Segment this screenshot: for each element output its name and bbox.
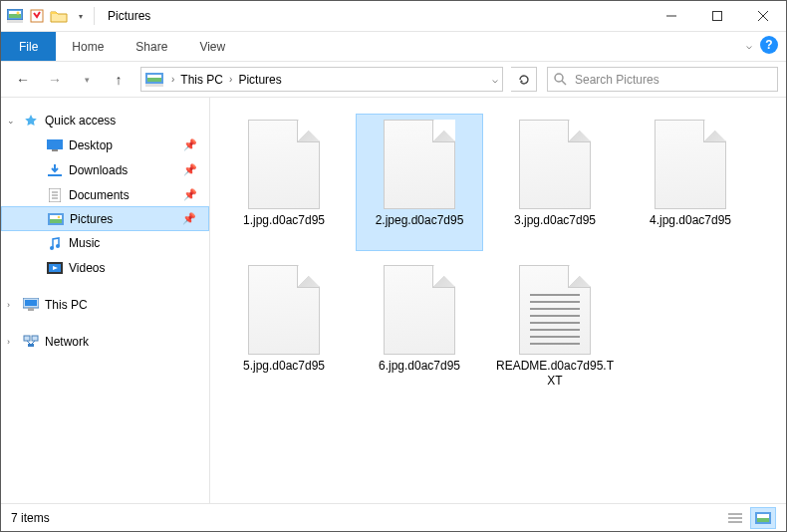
maximize-button[interactable] [694,1,740,31]
svg-rect-25 [50,219,62,223]
file-item[interactable]: 1.jpg.d0ac7d95 [220,114,348,251]
music-icon [47,235,63,251]
forward-button[interactable]: → [41,66,69,94]
blank-file-icon [384,265,455,355]
expand-icon[interactable]: › [7,300,10,310]
desktop-icon [47,137,63,153]
tab-share[interactable]: Share [120,32,183,61]
refresh-button[interactable] [511,67,537,92]
documents-icon [47,187,63,203]
sidebar-item-desktop[interactable]: Desktop 📌 [1,133,209,157]
collapse-icon[interactable]: ⌄ [7,116,15,126]
app-icon [5,6,25,26]
up-button[interactable]: ↑ [105,66,132,94]
sidebar-item-downloads[interactable]: Downloads 📌 [1,157,209,182]
svg-rect-7 [713,12,722,21]
tab-home[interactable]: Home [56,32,120,61]
chevron-right-icon[interactable]: › [171,74,174,85]
file-name: 1.jpg.d0ac7d95 [243,213,325,228]
sidebar-label: Downloads [69,163,128,177]
minimize-button[interactable] [649,1,694,31]
search-placeholder: Search Pictures [575,73,659,87]
sidebar-label: Pictures [70,212,113,226]
svg-rect-16 [47,139,63,149]
sidebar-item-videos[interactable]: Videos [1,255,209,280]
sidebar-item-documents[interactable]: Documents 📌 [1,182,209,207]
content-area: ⌄ Quick access Desktop 📌 Downloads 📌 Doc… [1,98,786,503]
address-bar[interactable]: › This PC › Pictures ⌵ [140,67,503,92]
file-list[interactable]: 1.jpg.d0ac7d952.jpeg.d0ac7d953.jpg.d0ac7… [210,98,786,503]
help-icon[interactable]: ? [760,36,778,54]
sidebar-label: This PC [45,298,88,312]
svg-rect-44 [757,518,769,522]
svg-line-15 [562,81,566,85]
file-name: 6.jpg.d0ac7d95 [379,359,460,374]
svg-rect-32 [25,300,37,306]
file-name: README.d0ac7d95.TXT [495,359,615,389]
pin-icon: 📌 [183,163,197,176]
location-icon [145,73,163,87]
file-tab[interactable]: File [1,32,56,61]
qat-folder-icon[interactable] [49,6,69,26]
search-input[interactable]: Search Pictures [547,67,778,92]
videos-icon [47,260,63,276]
separator [94,7,95,25]
qat-properties-icon[interactable] [27,6,47,26]
svg-rect-34 [24,336,30,341]
address-dropdown-icon[interactable]: ⌵ [492,74,498,85]
svg-rect-35 [32,336,38,341]
thumbnails-view-button[interactable] [750,507,776,529]
file-item[interactable]: 3.jpg.d0ac7d95 [491,114,619,251]
text-file-icon [519,265,591,355]
sidebar-item-network[interactable]: › Network [1,329,209,354]
computer-icon [23,297,39,313]
network-icon [23,334,39,350]
recent-locations-icon[interactable]: ▾ [73,66,101,94]
svg-point-4 [17,12,20,15]
file-item[interactable]: 6.jpg.d0ac7d95 [356,259,483,397]
svg-rect-17 [52,149,58,151]
tab-view[interactable]: View [183,32,241,61]
file-item[interactable]: 2.jpeg.d0ac7d95 [356,114,483,251]
sidebar-item-music[interactable]: Music [1,230,209,255]
status-bar: 7 items [1,503,786,531]
svg-point-27 [50,246,54,250]
close-button[interactable] [740,1,786,31]
title-bar: ▾ Pictures [1,1,786,32]
svg-point-28 [56,244,60,248]
sidebar-label: Music [69,236,100,250]
file-item[interactable]: README.d0ac7d95.TXT [491,259,619,397]
sidebar-item-quick-access[interactable]: ⌄ Quick access [1,108,209,133]
blank-file-icon [655,120,726,209]
expand-icon[interactable]: › [7,337,10,347]
chevron-right-icon[interactable]: › [229,74,232,85]
window-title: Pictures [108,9,150,23]
svg-rect-33 [28,308,34,311]
svg-rect-13 [147,78,161,82]
nav-bar: ← → ▾ ↑ › This PC › Pictures ⌵ Search Pi… [1,62,786,98]
blank-file-icon [248,265,320,355]
file-item[interactable]: 4.jpg.d0ac7d95 [627,114,754,251]
blank-file-icon [384,120,455,209]
file-name: 5.jpg.d0ac7d95 [243,359,325,374]
sidebar-label: Desktop [69,138,113,152]
file-name: 4.jpg.d0ac7d95 [650,213,731,228]
svg-point-14 [555,74,563,82]
pin-icon: 📌 [183,138,197,151]
sidebar-label: Documents [69,188,130,202]
back-button[interactable]: ← [9,66,37,94]
sidebar-label: Quick access [45,114,116,128]
svg-rect-11 [145,84,163,87]
crumb-this-pc[interactable]: This PC [178,73,225,87]
details-view-button[interactable] [722,507,748,529]
qat-dropdown-icon[interactable]: ▾ [71,6,91,26]
file-item[interactable]: 5.jpg.d0ac7d95 [220,259,348,397]
sidebar-item-this-pc[interactable]: › This PC [1,292,209,317]
ribbon-expand-icon[interactable]: ⌵ [746,40,752,51]
navigation-pane[interactable]: ⌄ Quick access Desktop 📌 Downloads 📌 Doc… [1,98,210,503]
crumb-pictures[interactable]: Pictures [236,73,283,87]
sidebar-item-pictures[interactable]: Pictures 📌 [1,206,209,231]
svg-rect-3 [9,14,21,18]
downloads-icon [47,162,63,178]
sidebar-label: Videos [69,261,105,275]
